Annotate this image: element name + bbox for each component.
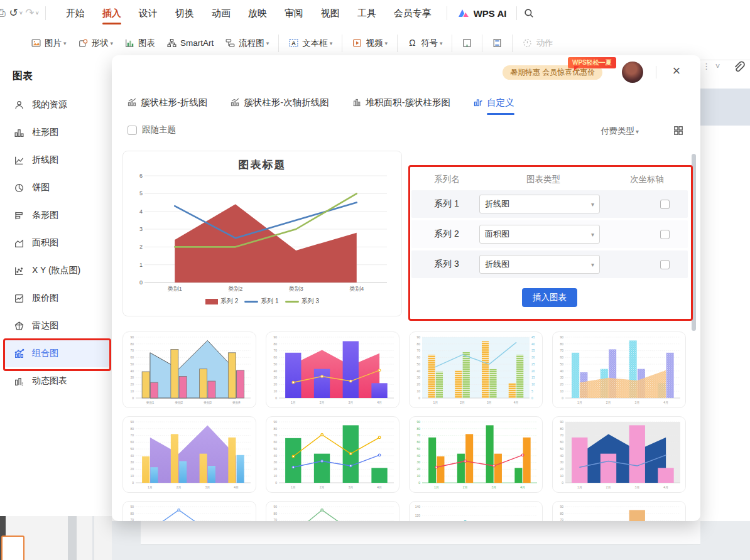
tab-label: 簇状柱形-折线图 bbox=[141, 97, 207, 109]
follow-theme-checkbox[interactable] bbox=[128, 126, 137, 135]
pay-type-dropdown[interactable]: 付费类型 ▾ bbox=[601, 126, 639, 137]
insert-chart-button[interactable]: 插入图表 bbox=[522, 288, 577, 307]
toolbar-button-slide-number-icon[interactable] bbox=[456, 31, 478, 56]
svg-text:70: 70 bbox=[560, 518, 563, 521]
selected-slide-thumbnail[interactable] bbox=[1, 536, 24, 560]
chart-thumbnail-partial-3[interactable]: 0204060801001201401月2月3月4月 bbox=[409, 501, 543, 521]
sidebar-item-饼图[interactable]: 饼图 bbox=[0, 174, 112, 202]
menu-tab-设计[interactable]: 设计 bbox=[130, 0, 166, 26]
secondary-axis-checkbox[interactable] bbox=[660, 260, 670, 269]
layout-grid-icon[interactable] bbox=[671, 123, 686, 138]
toolbar-button-动作[interactable]: 动作 bbox=[516, 31, 558, 56]
svg-text:70: 70 bbox=[130, 348, 134, 352]
chart-thumbnail-partial-2[interactable]: 01020304050607080901月2月3月4月 bbox=[266, 501, 399, 521]
sidebar-item-label: 饼图 bbox=[32, 182, 50, 193]
chevron-down-icon: ▾ bbox=[440, 40, 443, 46]
ribbon-collapse-chevron-icon[interactable]: ⋮ ˅ bbox=[702, 62, 721, 71]
sidebar-item-条形图[interactable]: 条形图 bbox=[0, 202, 112, 229]
toolbar-button-SmartArt[interactable]: SmartArt bbox=[161, 31, 219, 56]
sidebar-item-动态图表[interactable]: 动态图表 bbox=[0, 367, 112, 395]
menu-tab-审阅[interactable]: 审阅 bbox=[276, 0, 312, 26]
chevron-down-icon: ▾ bbox=[591, 201, 594, 208]
undo-icon[interactable]: ↺ bbox=[8, 0, 19, 26]
smartart-icon bbox=[166, 38, 177, 48]
wps-ai-button[interactable]: WPS AI bbox=[454, 8, 511, 19]
legend-item-系列 1: 系列 1 bbox=[244, 297, 278, 306]
chart-thumbnail-partial-4[interactable]: 01020304050607080901月2月3月4月 bbox=[552, 501, 686, 521]
toolbar-button-视频[interactable]: 视频▾ bbox=[346, 31, 393, 56]
sidebar-title: 图表 bbox=[0, 67, 112, 86]
close-icon[interactable]: × bbox=[668, 63, 685, 79]
svg-text:1月: 1月 bbox=[291, 401, 296, 405]
chart-thumbnail-2[interactable]: 01020304050607080901月2月3月4月 bbox=[266, 331, 399, 408]
sidebar-item-组合图[interactable]: 组合图 bbox=[3, 340, 109, 367]
svg-text:90: 90 bbox=[130, 505, 134, 509]
svg-text:3月: 3月 bbox=[205, 485, 210, 490]
chart-thumbnail-6[interactable]: 01020304050607080901月2月3月4月 bbox=[266, 416, 399, 493]
menu-tab-动画[interactable]: 动画 bbox=[203, 0, 239, 26]
tab-簇状柱形-折线图[interactable]: 簇状柱形-折线图 bbox=[127, 92, 207, 113]
secondary-axis-checkbox[interactable] bbox=[660, 200, 670, 209]
toolbar-button-图片[interactable]: 图片▾ bbox=[25, 31, 72, 56]
sidebar-item-面积图[interactable]: 面积图 bbox=[0, 229, 112, 257]
svg-text:45: 45 bbox=[531, 335, 535, 339]
sidebar-item-股价图[interactable]: 股价图 bbox=[0, 284, 112, 312]
tab-自定义[interactable]: 自定义 bbox=[473, 92, 514, 113]
undo-caret-icon[interactable]: ˅ bbox=[19, 10, 23, 16]
sidebar-item-雷达图[interactable]: 雷达图 bbox=[0, 312, 112, 340]
menu-tab-插入[interactable]: 插入 bbox=[94, 0, 130, 26]
svg-text:20: 20 bbox=[273, 467, 277, 471]
toolbar-button-符号[interactable]: Ω符号▾ bbox=[401, 31, 448, 56]
toolbar-button-文本框[interactable]: A文本框▾ bbox=[283, 31, 338, 56]
chart-thumbnail-1[interactable]: 0102030405060708090类别1类别2类别3类别4 bbox=[122, 331, 256, 408]
paperclip-icon[interactable] bbox=[731, 60, 745, 74]
toolbar-button-流程图[interactable]: 流程图▾ bbox=[219, 31, 274, 56]
menu-tab-切换[interactable]: 切换 bbox=[166, 0, 203, 26]
sidebar-item-我的资源[interactable]: 我的资源 bbox=[0, 91, 112, 119]
svg-text:1月: 1月 bbox=[434, 485, 439, 490]
sidebar-item-柱形图[interactable]: 柱形图 bbox=[0, 119, 112, 146]
legend-label: 系列 3 bbox=[302, 297, 319, 306]
svg-text:2月: 2月 bbox=[460, 401, 465, 405]
redo-caret-icon[interactable]: ˅ bbox=[35, 10, 38, 16]
toolbar-button-形状[interactable]: 形状▾ bbox=[72, 31, 119, 56]
chart-title: 图表标题 bbox=[123, 158, 401, 172]
sidebar-item-X Y (散点图)[interactable]: X Y (散点图) bbox=[0, 257, 112, 284]
secondary-axis-checkbox[interactable] bbox=[660, 230, 670, 239]
user-avatar[interactable] bbox=[622, 62, 643, 83]
svg-text:50: 50 bbox=[560, 362, 563, 366]
follow-theme-option[interactable]: 跟随主题 bbox=[128, 124, 176, 136]
chart-thumbnail-partial-1[interactable]: 01020304050607080901月2月3月4月 bbox=[122, 501, 256, 521]
toolbar-button-图表[interactable]: 图表 bbox=[119, 31, 161, 56]
dialog-scrollbar[interactable] bbox=[692, 154, 696, 331]
svg-text:90: 90 bbox=[273, 420, 277, 424]
chart-thumbnail-4[interactable]: 01020304050607080901月2月3月4月 bbox=[552, 331, 686, 408]
svg-text:90: 90 bbox=[273, 335, 277, 339]
search-icon[interactable] bbox=[523, 8, 535, 19]
toolbar-button-header-footer-icon[interactable] bbox=[486, 31, 508, 56]
menu-tab-开始[interactable]: 开始 bbox=[57, 0, 94, 26]
sidebar-item-折线图[interactable]: 折线图 bbox=[0, 146, 112, 174]
chart-thumbnail-8[interactable]: 01020304050607080901月2月3月4月 bbox=[552, 416, 686, 493]
svg-text:60: 60 bbox=[273, 440, 277, 444]
menu-tab-放映[interactable]: 放映 bbox=[239, 0, 276, 26]
chart-thumbnail-5[interactable]: 01020304050607080901月2月3月4月 bbox=[122, 416, 256, 493]
tab-堆积面积-簇状柱形图[interactable]: 堆积面积-簇状柱形图 bbox=[352, 92, 450, 113]
chart-type-select-系列 3[interactable]: 折线图▾ bbox=[479, 255, 600, 274]
sidebar-item-label: 雷达图 bbox=[32, 320, 58, 331]
chart-thumbnail-3[interactable]: 01020304050607080900510152025303540451月2… bbox=[409, 331, 543, 408]
pane-divider[interactable] bbox=[68, 516, 77, 560]
tab-簇状柱形-次轴折线图[interactable]: 簇状柱形-次轴折线图 bbox=[230, 92, 329, 113]
toolbar-button-label: 符号 bbox=[421, 38, 438, 49]
menu-tab-工具[interactable]: 工具 bbox=[349, 0, 385, 26]
menu-tab-会员专享[interactable]: 会员专享 bbox=[385, 0, 440, 26]
chart-type-select-系列 1[interactable]: 折线图▾ bbox=[479, 195, 600, 213]
chart-preview-card[interactable]: 图表标题 0123456类别1类别2类别3类别4 系列 2系列 1系列 3 bbox=[122, 151, 402, 316]
menu-tab-视图[interactable]: 视图 bbox=[312, 0, 349, 26]
redo-icon[interactable]: ↷ bbox=[24, 0, 35, 26]
svg-text:2月: 2月 bbox=[606, 485, 611, 490]
chart-type-select-系列 2[interactable]: 面积图▾ bbox=[479, 225, 600, 244]
pane-divider-thin bbox=[92, 516, 94, 560]
chart-thumbnail-7[interactable]: 01020304050607080901月2月3月4月 bbox=[409, 416, 543, 493]
svg-text:2月: 2月 bbox=[463, 485, 468, 490]
